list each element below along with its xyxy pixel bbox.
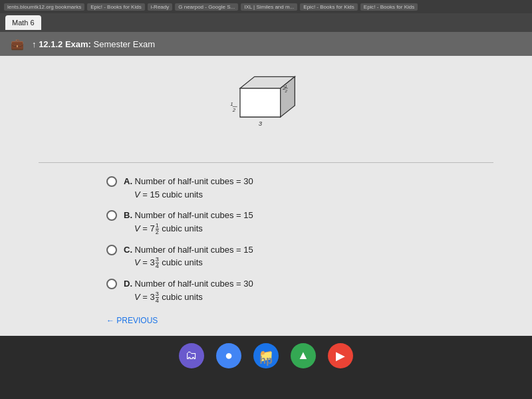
nav-bar: ← PREVIOUS [106, 316, 426, 325]
answer-text-b: B. Number of half-unit cubes = 15 V = 71… [124, 209, 253, 235]
answer-c-line1: C. Number of half-unit cubes = 15 [124, 245, 253, 255]
bookmark-epic3[interactable]: Epic! - Books for Kids [360, 3, 418, 11]
lesson-title: ↑ 12.1.2 Exam: Semester Exam [32, 39, 155, 49]
svg-marker-0 [240, 88, 281, 117]
lesson-id: 12.1.2 Exam: [39, 39, 91, 49]
answers-container: A. Number of half-unit cubes = 30 V = 15… [106, 175, 426, 304]
lesson-arrow: ↑ [32, 39, 39, 49]
divider [39, 162, 493, 163]
taskbar-drive-icon[interactable]: ▲ [291, 343, 316, 368]
answer-d-line2: V = 334 cubic units [134, 291, 253, 304]
content-area: 3 1 2 2 1 2 A. Number of half-unit cubes… [0, 56, 532, 336]
briefcase-icon: 💼 [11, 38, 24, 51]
chrome-symbol: ● [225, 348, 233, 363]
answer-a-line2: V = 15 cubic units [134, 188, 253, 201]
radio-d[interactable] [106, 279, 117, 289]
tab-math6[interactable]: Math 6 [5, 15, 41, 30]
hp-label: hp [259, 354, 273, 366]
drive-symbol: ▲ [297, 348, 309, 362]
answer-option-d[interactable]: D. Number of half-unit cubes = 30 V = 33… [106, 277, 426, 304]
bookmark-ixl[interactable]: IXL | Similes and m... [241, 3, 297, 11]
svg-text:1: 1 [230, 101, 233, 107]
tab-label: Math 6 [12, 19, 35, 27]
answer-option-b[interactable]: B. Number of half-unit cubes = 15 V = 71… [106, 209, 426, 235]
taskbar-files-icon[interactable]: 🗂 [179, 343, 204, 368]
svg-text:2: 2 [232, 107, 236, 113]
bookmarks-label: lents.bloumtk12.org bookmarks [4, 3, 84, 11]
bookmark-epic1[interactable]: Epic! - Books for Kids [87, 3, 144, 11]
answer-option-a[interactable]: A. Number of half-unit cubes = 30 V = 15… [106, 175, 426, 201]
answer-c-line2: V = 334 cubic units [134, 256, 253, 269]
answer-b-line1: B. Number of half-unit cubes = 15 [124, 210, 253, 220]
lesson-subtitle: Semester Exam [94, 39, 155, 49]
bookmark-nearpod[interactable]: G nearpod - Google S... [175, 3, 238, 11]
hp-logo: hp [259, 354, 273, 366]
box-3d-figure: 3 1 2 2 1 2 [223, 66, 309, 133]
radio-b[interactable] [106, 210, 117, 221]
previous-button[interactable]: ← PREVIOUS [106, 316, 158, 325]
svg-text:1: 1 [285, 84, 287, 88]
taskbar-chrome-icon[interactable]: ● [216, 343, 241, 368]
answer-text-d: D. Number of half-unit cubes = 30 V = 33… [124, 277, 253, 304]
answer-a-line1: A. Number of half-unit cubes = 30 [124, 176, 253, 186]
taskbar: 🗂 ● 📁 ▲ ▶ hp [0, 336, 532, 376]
answer-option-c[interactable]: C. Number of half-unit cubes = 15 V = 33… [106, 243, 426, 270]
radio-a[interactable] [106, 176, 117, 187]
answer-d-line1: D. Number of half-unit cubes = 30 [124, 279, 253, 289]
bookmark-epic2[interactable]: Epic! - Books for Kids [300, 3, 357, 11]
svg-text:2: 2 [285, 89, 288, 93]
figure-area: 3 1 2 2 1 2 [200, 66, 332, 146]
svg-text:3: 3 [259, 120, 263, 127]
play-symbol: ▶ [336, 348, 345, 363]
lesson-bar: 💼 ↑ 12.1.2 Exam: Semester Exam [0, 32, 532, 56]
bookmark-iready[interactable]: i-Ready [148, 3, 173, 11]
answer-b-line2: V = 712 cubic units [134, 222, 253, 235]
answer-text-a: A. Number of half-unit cubes = 30 V = 15… [124, 175, 253, 201]
previous-label: ← PREVIOUS [106, 316, 158, 325]
radio-c[interactable] [106, 245, 117, 255]
tab-bar: Math 6 [0, 13, 532, 32]
files-symbol: 🗂 [186, 348, 198, 362]
taskbar-play-icon[interactable]: ▶ [328, 343, 353, 368]
answer-text-c: C. Number of half-unit cubes = 15 V = 33… [124, 243, 253, 270]
bookmarks-bar: lents.bloumtk12.org bookmarks Epic! - Bo… [0, 0, 532, 13]
